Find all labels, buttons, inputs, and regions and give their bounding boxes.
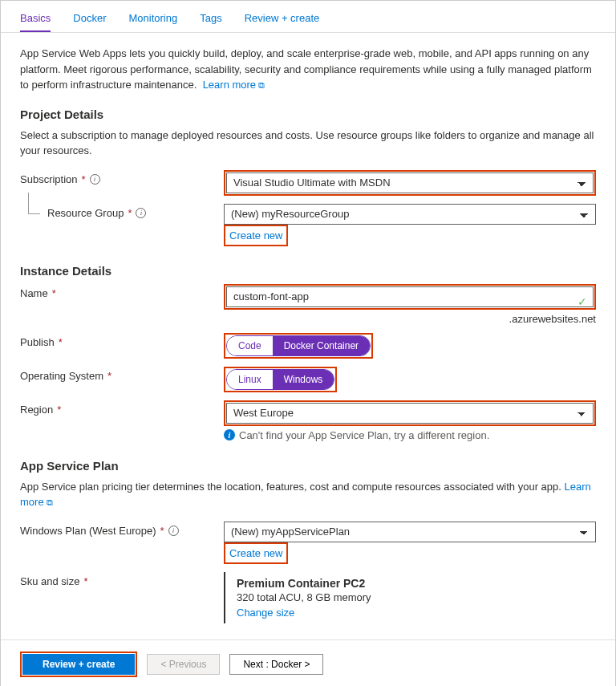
required-icon: * <box>57 404 61 416</box>
external-link-icon: ⧉ <box>47 496 53 509</box>
required-icon: * <box>59 336 63 348</box>
app-service-plan-heading: App Service Plan <box>20 459 596 473</box>
subscription-select[interactable]: Visual Studio Ultimate with MSDN <box>226 173 594 193</box>
create-new-plan-link[interactable]: Create new <box>226 545 286 562</box>
sku-label: Sku and size <box>20 575 79 587</box>
required-icon: * <box>82 173 86 185</box>
os-linux-option[interactable]: Linux <box>227 370 273 389</box>
os-pill-group: Linux Windows <box>226 369 334 390</box>
windows-plan-label: Windows Plan (West Europe) <box>20 525 156 537</box>
next-button[interactable]: Next : Docker > <box>229 654 323 675</box>
os-windows-option[interactable]: Windows <box>273 370 334 389</box>
required-icon: * <box>52 287 56 299</box>
sku-card: Premium Container PC2 320 total ACU, 8 G… <box>224 572 596 623</box>
windows-plan-select[interactable]: (New) myAppServicePlan <box>224 522 596 542</box>
publish-code-option[interactable]: Code <box>227 336 273 355</box>
name-label: Name <box>20 287 48 299</box>
domain-suffix: .azurewebsites.net <box>224 313 596 325</box>
external-link-icon: ⧉ <box>258 79 265 92</box>
tab-review-create[interactable]: Review + create <box>245 9 320 32</box>
valid-check-icon: ✓ <box>578 295 587 308</box>
name-input[interactable] <box>226 286 594 307</box>
required-icon: * <box>160 525 164 537</box>
intro-body: App Service Web Apps lets you quickly bu… <box>20 47 592 91</box>
region-hint: Can't find your App Service Plan, try a … <box>239 429 489 441</box>
resource-group-select[interactable]: (New) myResourceGroup <box>224 204 596 225</box>
publish-pill-group: Code Docker Container <box>226 335 371 356</box>
subscription-label: Subscription <box>20 173 78 185</box>
intro-text: App Service Web Apps lets you quickly bu… <box>20 46 596 93</box>
required-icon: * <box>83 575 87 587</box>
tab-tags[interactable]: Tags <box>200 9 221 32</box>
project-help: Select a subscription to manage deployed… <box>20 128 596 159</box>
resource-group-label: Resource Group <box>47 207 124 219</box>
tab-docker[interactable]: Docker <box>73 9 106 32</box>
instance-details-heading: Instance Details <box>20 264 596 278</box>
previous-button: < Previous <box>147 654 220 675</box>
review-create-button[interactable]: Review + create <box>22 654 135 675</box>
plan-help: App Service plan pricing tier determines… <box>20 479 596 510</box>
create-new-rg-link[interactable]: Create new <box>226 227 286 244</box>
publish-docker-option[interactable]: Docker Container <box>273 336 370 355</box>
tab-basics[interactable]: Basics <box>20 9 51 32</box>
change-size-link[interactable]: Change size <box>237 607 596 619</box>
hint-info-icon: i <box>224 429 235 440</box>
tab-bar: Basics Docker Monitoring Tags Review + c… <box>1 1 615 33</box>
os-label: Operating System <box>20 370 103 382</box>
learn-more-link[interactable]: Learn more⧉ <box>203 79 265 91</box>
publish-label: Publish <box>20 336 55 348</box>
tab-monitoring[interactable]: Monitoring <box>128 9 177 32</box>
required-icon: * <box>107 370 111 382</box>
region-select[interactable]: West Europe <box>226 403 594 424</box>
info-icon[interactable]: i <box>90 174 100 185</box>
info-icon[interactable]: i <box>168 526 179 536</box>
project-details-heading: Project Details <box>20 108 596 121</box>
sku-title: Premium Container PC2 <box>237 577 596 590</box>
region-label: Region <box>20 404 53 416</box>
required-icon: * <box>128 207 132 219</box>
footer-bar: Review + create < Previous Next : Docker… <box>1 639 615 687</box>
info-icon[interactable]: i <box>136 208 146 218</box>
sku-subtitle: 320 total ACU, 8 GB memory <box>237 591 596 603</box>
